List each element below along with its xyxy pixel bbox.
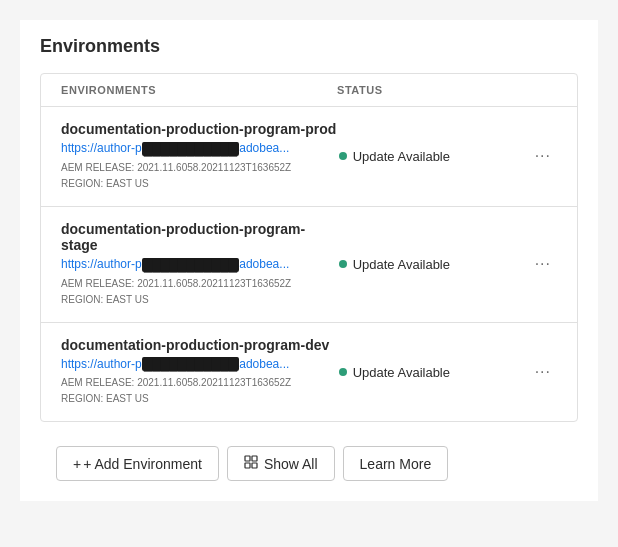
status-text-prod: Update Available (353, 149, 450, 164)
env-info-dev: documentation-production-program-dev htt… (61, 337, 339, 408)
env-release-label-dev: AEM RELEASE: (61, 377, 134, 388)
env-name-prod: documentation-production-program-prod (61, 121, 339, 137)
learn-more-button[interactable]: Learn More (343, 446, 449, 481)
env-region-value-stage: EAST US (106, 294, 149, 305)
table-header: ENVIRONMENTS STATUS (41, 74, 577, 107)
env-meta-stage: AEM RELEASE: 2021.11.6058.20211123T16365… (61, 276, 339, 308)
env-region-value-dev: EAST US (106, 393, 149, 404)
page-container: Environments ENVIRONMENTS STATUS documen… (20, 20, 598, 501)
env-link-redacted-prod: ███████████ (142, 142, 240, 156)
env-link-suffix-stage: adobea... (239, 257, 289, 271)
learn-more-label: Learn More (360, 456, 432, 472)
status-col-prod: Update Available (339, 149, 519, 164)
env-link-redacted-stage: ███████████ (142, 258, 240, 272)
env-region-label-stage: REGION: (61, 294, 103, 305)
env-region-value-prod: EAST US (106, 178, 149, 189)
more-menu-button-dev[interactable]: ··· (529, 359, 557, 385)
more-menu-button-stage[interactable]: ··· (529, 251, 557, 277)
status-col-stage: Update Available (339, 257, 519, 272)
env-name-dev: documentation-production-program-dev (61, 337, 339, 353)
env-release-value-stage: 2021.11.6058.20211123T163652Z (137, 278, 291, 289)
env-info-prod: documentation-production-program-prod ht… (61, 121, 339, 192)
add-environment-button[interactable]: + + Add Environment (56, 446, 219, 481)
env-link-prod[interactable]: https://author-p███████████adobea... (61, 141, 339, 156)
env-release-label-stage: AEM RELEASE: (61, 278, 134, 289)
table-row: documentation-production-program-stage h… (41, 207, 577, 323)
status-text-stage: Update Available (353, 257, 450, 272)
environments-card: ENVIRONMENTS STATUS documentation-produc… (40, 73, 578, 422)
env-link-prefix-stage: https://author-p (61, 257, 142, 271)
env-link-dev[interactable]: https://author-p███████████adobea... (61, 357, 339, 372)
plus-icon: + (73, 456, 81, 472)
env-link-stage[interactable]: https://author-p███████████adobea... (61, 257, 339, 272)
footer-actions: + + Add Environment Show All Learn More (40, 430, 578, 481)
env-meta-prod: AEM RELEASE: 2021.11.6058.20211123T16365… (61, 160, 339, 192)
env-release-label-prod: AEM RELEASE: (61, 162, 134, 173)
env-link-suffix-dev: adobea... (239, 357, 289, 371)
env-link-redacted-dev: ███████████ (142, 357, 240, 371)
svg-rect-2 (245, 463, 250, 468)
status-col-dev: Update Available (339, 365, 519, 380)
table-row: documentation-production-program-dev htt… (41, 323, 577, 422)
svg-rect-1 (252, 456, 257, 461)
env-name-stage: documentation-production-program-stage (61, 221, 339, 253)
status-dot-prod (339, 152, 347, 160)
table-row: documentation-production-program-prod ht… (41, 107, 577, 207)
show-all-button[interactable]: Show All (227, 446, 335, 481)
more-menu-button-prod[interactable]: ··· (529, 143, 557, 169)
page-title: Environments (40, 36, 578, 57)
env-release-value-dev: 2021.11.6058.20211123T163652Z (137, 377, 291, 388)
env-link-prefix-prod: https://author-p (61, 141, 142, 155)
env-region-label-dev: REGION: (61, 393, 103, 404)
svg-rect-3 (252, 463, 257, 468)
status-dot-stage (339, 260, 347, 268)
env-link-suffix-prod: adobea... (239, 141, 289, 155)
env-meta-dev: AEM RELEASE: 2021.11.6058.20211123T16365… (61, 375, 339, 407)
env-info-stage: documentation-production-program-stage h… (61, 221, 339, 308)
show-all-label: Show All (264, 456, 318, 472)
grid-icon (244, 455, 258, 472)
env-region-label-prod: REGION: (61, 178, 103, 189)
col-header-status: STATUS (337, 84, 557, 96)
status-text-dev: Update Available (353, 365, 450, 380)
status-dot-dev (339, 368, 347, 376)
add-environment-label: + Add Environment (83, 456, 202, 472)
svg-rect-0 (245, 456, 250, 461)
col-header-environment: ENVIRONMENTS (61, 84, 337, 96)
env-link-prefix-dev: https://author-p (61, 357, 142, 371)
env-release-value-prod: 2021.11.6058.20211123T163652Z (137, 162, 291, 173)
